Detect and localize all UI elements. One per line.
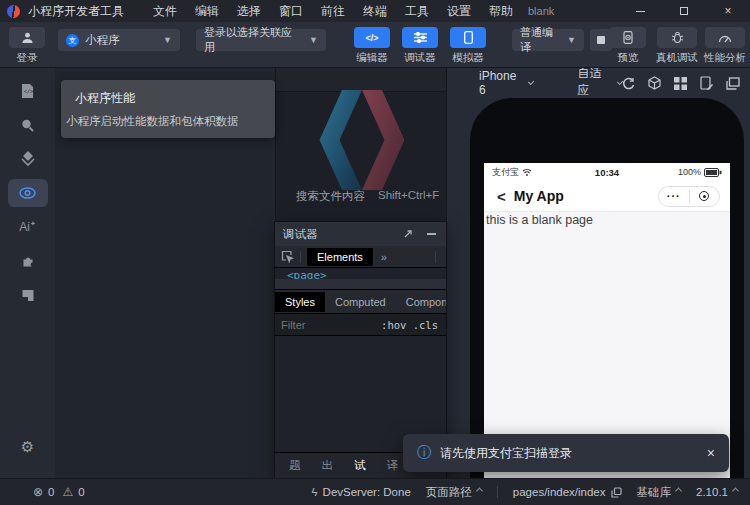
tab-computed[interactable]: Computed [325,292,396,312]
refresh-icon[interactable] [622,77,635,90]
scale-mode-selector[interactable]: 自适应 [577,65,608,101]
sidebar-item-search[interactable] [0,108,55,142]
tooltip-subtitle: 小程序启动性能数据和包体积数据 [61,107,275,129]
inspect-element-icon[interactable] [281,250,294,263]
tab-component[interactable]: Component [396,292,446,312]
project-type-dropdown[interactable]: 支 小程序 ▼ [58,29,180,51]
sidebar-item-ai[interactable]: Ai✦ [0,210,55,244]
debugger-titlebar[interactable]: 调试器 [275,222,446,246]
compile-mode-dropdown[interactable]: 普通编译 ▼ [512,29,584,51]
menu-settings[interactable]: 设置 [447,3,471,20]
tab-elements[interactable]: Elements [307,248,373,266]
close-circle-button[interactable] [690,191,720,201]
settings-button[interactable]: ⚙ [21,438,34,456]
target-icon [699,191,709,201]
chevron-up-icon [476,487,483,494]
code-icon: </> [354,27,390,48]
pseudo-class-toggles[interactable]: :hov .cls [381,319,438,331]
debugger-view-button[interactable]: 调试器 [400,27,440,65]
windows-stack-icon[interactable] [726,77,740,90]
toast-message: 请先使用支付宝扫描登录 [440,445,707,462]
sidebar-item-components[interactable] [0,142,55,176]
current-page-path[interactable]: pages/index/index [513,486,622,498]
more-menu-button[interactable]: ··· [659,191,689,201]
maximize-button[interactable] [662,0,706,22]
statusbar: ⊗ 0 ⚠ 0 ϟ DevServer: Done 页面路径 pages/ind… [0,478,750,505]
toolbar: 登录 支 小程序 ▼ 登录以选择关联应用 ▼ </> 编辑器 调试器 模拟器 普… [0,22,750,68]
tab-compile[interactable]: 译 [387,458,399,473]
simulator-view-button[interactable]: 模拟器 [448,27,488,65]
close-button[interactable]: × [706,0,750,22]
page-path-value: pages/index/index [513,486,606,498]
app-title: 小程序开发者工具 [28,3,124,20]
sidebar-item-files[interactable]: </> [0,74,55,108]
warning-count-value: 0 [78,486,84,498]
menu-file[interactable]: 文件 [153,3,177,20]
tooltip-title: 小程序性能 [61,80,275,107]
phone-icon [450,27,486,48]
base-lib-version[interactable]: 2.10.1 [696,486,738,498]
dom-breadcrumb-bar[interactable] [275,279,446,290]
sidebar-item-plugins[interactable] [0,244,55,278]
component-icon [20,151,36,167]
devserver-text: DevServer: Done [323,486,411,498]
base-lib-toggle[interactable]: 基础库 [637,485,682,500]
tab-debug[interactable]: 试 [354,458,366,473]
page-title: My App [514,188,564,204]
menu-help[interactable]: 帮助 [489,3,513,20]
menu-window[interactable]: 窗口 [279,3,303,20]
phone-statusbar: 支付宝 10:34 100% [484,163,730,181]
profile-button[interactable]: 性能分析 [702,27,748,65]
tab-output[interactable]: 出 [322,458,334,473]
tab-styles[interactable]: Styles [275,292,325,312]
sidebar-item-library[interactable] [0,278,55,312]
relation-app-dropdown[interactable]: 登录以选择关联应用 ▼ [196,29,326,51]
error-count[interactable]: ⊗ 0 [33,485,54,499]
page-path-toggle[interactable]: 页面路径 [426,485,482,500]
menu-go[interactable]: 前往 [321,3,345,20]
minimize-icon[interactable] [427,233,436,235]
devtools-watermark-logo [314,90,410,190]
menu-select[interactable]: 选择 [237,3,261,20]
sidebar-item-inspect[interactable] [0,176,55,210]
tab-problems[interactable]: 题 [289,458,301,473]
more-tabs-chevron[interactable]: » [381,251,387,263]
performance-tooltip-card[interactable]: 小程序性能 小程序启动性能数据和包体积数据 [61,80,275,138]
bug-icon [657,27,697,48]
lightning-icon: ϟ [311,486,317,498]
editor-view-button[interactable]: </> 编辑器 [352,27,392,65]
chevron-down-icon: ▼ [559,35,576,45]
cube-icon[interactable] [648,76,661,90]
debugger-title: 调试器 [283,227,318,242]
back-chevron-icon[interactable]: < [497,188,506,205]
menu-edit[interactable]: 编辑 [195,3,219,20]
preview-button[interactable]: 预览 [608,27,648,65]
minimize-button[interactable] [618,0,662,22]
capsule-menu: ··· [658,186,720,207]
device-debug-button[interactable]: 真机调试 [653,27,701,65]
preview-phone-icon [610,27,646,48]
active-item-pill [8,179,48,207]
toast-close-button[interactable]: × [707,445,715,461]
device-selector[interactable]: iPhone 6 [479,69,520,97]
chevron-down-icon: ▼ [301,35,318,45]
page-text: this is a blank page [486,213,593,227]
page-edit-icon[interactable] [700,76,713,90]
menu-terminal[interactable]: 终端 [363,3,387,20]
copy-icon[interactable] [611,487,622,498]
filter-input[interactable] [281,319,351,331]
menu-tools[interactable]: 工具 [405,3,429,20]
chevron-down-icon[interactable] [528,78,535,85]
window-controls: × [618,0,750,22]
toast-notification: ⓘ 请先使用支付宝扫描登录 × [403,434,729,472]
grid-icon[interactable] [674,77,687,90]
compile-mode-value: 普通编译 [520,25,559,55]
expand-icon[interactable] [403,229,413,239]
chevron-up-icon [675,487,682,494]
devserver-status[interactable]: ϟ DevServer: Done [311,486,410,498]
dom-tree-row[interactable]: <page> [275,268,446,279]
activity-bar: </> Ai✦ ⚙ [0,68,55,478]
search-icon [20,118,35,133]
warning-count[interactable]: ⚠ 0 [62,485,84,499]
login-button[interactable]: 登录 [8,27,46,65]
